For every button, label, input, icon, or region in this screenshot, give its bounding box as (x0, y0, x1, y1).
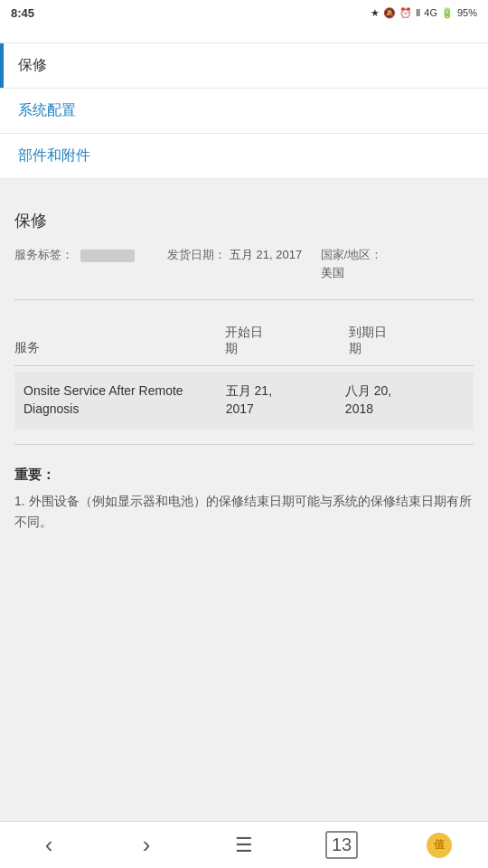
forward-icon: › (143, 831, 151, 859)
country-label: 国家/地区： (321, 248, 383, 261)
battery-percent: 95% (457, 7, 477, 18)
back-icon: ‹ (45, 831, 53, 859)
service-tag-cell: 服务标签： (14, 246, 167, 281)
important-section: 重要： 1. 外围设备（例如显示器和电池）的保修结束日期可能与系统的保修结束日期… (14, 467, 474, 552)
status-time: 8:45 (11, 6, 34, 20)
battery-icon: 🔋 (441, 7, 454, 19)
section-gap (0, 179, 488, 195)
important-title: 重要： (14, 467, 474, 484)
divider-1 (14, 299, 474, 300)
main-content: 保修 服务标签： 发货日期： 五月 21, 2017 国家/地区： 美国 服务 … (0, 195, 488, 552)
service-tag-label: 服务标签： (14, 248, 73, 261)
col-header-end: 到期日期 (349, 324, 474, 356)
network-icon: 4G (424, 7, 437, 18)
logo-button[interactable]: 值 (415, 827, 464, 863)
end-date: 八月 20,2018 (345, 383, 391, 416)
ship-date-label: 发货日期： (167, 248, 226, 261)
nav-item-warranty[interactable]: 保修 (0, 43, 488, 89)
col-header-start: 开始日期 (225, 324, 350, 356)
table-cell-service: Onsite Service After Remote Diagnosis (23, 382, 226, 418)
nav-partial-top (0, 25, 488, 43)
section-title: 保修 (14, 210, 474, 231)
table-header-row: 服务 开始日期 到期日期 (14, 315, 474, 366)
back-button[interactable]: ‹ (24, 827, 73, 863)
ship-date-cell: 发货日期： 五月 21, 2017 (167, 246, 320, 281)
service-name: Onsite Service After Remote Diagnosis (23, 383, 183, 416)
table-cell-start: 五月 21,2017 (226, 382, 345, 418)
bottom-nav: ‹ › ☰ 13 值 (0, 821, 488, 868)
table-row: Onsite Service After Remote Diagnosis 五月… (14, 372, 474, 429)
status-bar: 8:45 ★ 🔕 ⏰ Ⅱ 4G 🔋 95% (0, 0, 488, 25)
nav-label-parts: 部件和附件 (18, 146, 90, 165)
nav-label-system-config: 系统配置 (18, 101, 76, 120)
nav-item-system-config[interactable]: 系统配置 (0, 89, 488, 134)
ship-date-value: 五月 21, 2017 (230, 248, 302, 261)
signal-bars-icon: Ⅱ (416, 7, 420, 19)
warranty-table: 服务 开始日期 到期日期 Onsite Service After Remote… (14, 315, 474, 429)
forward-button[interactable]: › (122, 827, 171, 863)
alarm-icon: ⏰ (399, 7, 412, 19)
col-header-service: 服务 (14, 340, 225, 356)
divider-2 (14, 444, 474, 445)
service-tag-value (80, 250, 135, 262)
nav-item-parts[interactable]: 部件和附件 (0, 134, 488, 179)
country-value: 美国 (321, 266, 344, 279)
menu-icon: ☰ (235, 834, 253, 857)
table-cell-end: 八月 20,2018 (345, 382, 465, 418)
country-cell: 国家/地区： 美国 (321, 246, 474, 281)
mute-icon: 🔕 (383, 7, 396, 19)
bluetooth-icon: ★ (371, 7, 380, 19)
important-text-1: 1. 外围设备（例如显示器和电池）的保修结束日期可能与系统的保修结束日期有所不同… (14, 491, 474, 534)
menu-button[interactable]: ☰ (220, 827, 268, 863)
screenshot-icon: 13 (325, 831, 358, 859)
nav-label-warranty: 保修 (18, 56, 47, 75)
start-date: 五月 21,2017 (226, 383, 272, 416)
screenshot-button[interactable]: 13 (317, 827, 366, 863)
logo-icon: 值 (427, 833, 452, 858)
info-row: 服务标签： 发货日期： 五月 21, 2017 国家/地区： 美国 (14, 246, 474, 281)
status-icons: ★ 🔕 ⏰ Ⅱ 4G 🔋 95% (371, 7, 477, 19)
